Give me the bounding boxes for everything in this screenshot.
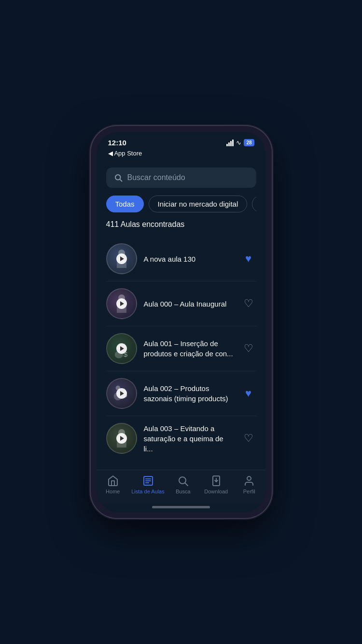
lesson-item[interactable]: A nova aula 130 ♥ — [106, 237, 256, 281]
heart-filled-icon: ♥ — [245, 252, 251, 265]
count-label: 411 Aulas encontradas — [106, 220, 256, 229]
lesson-info: Aula 000 – Aula Inaugural — [144, 299, 234, 309]
lesson-thumbnail — [106, 423, 137, 454]
nav-home[interactable]: Home — [98, 475, 127, 494]
lesson-thumbnail: $ — [106, 333, 137, 364]
battery-badge: 28 — [244, 139, 254, 146]
lesson-list: A nova aula 130 ♥ — [106, 237, 256, 461]
bottom-nav: Home Lista de Aulas Busca — [97, 470, 266, 504]
back-link[interactable]: ◀ App Store — [108, 150, 254, 157]
nav-busca[interactable]: Busca — [168, 475, 197, 494]
phone-frame: 12:10 ∿ 28 ◀ App Store — [91, 126, 272, 518]
nav-home-label: Home — [106, 489, 120, 494]
lesson-info: Aula 001 – Inserção de produtos e criaçã… — [144, 338, 234, 359]
search-bar[interactable]: Buscar conteúdo — [106, 168, 256, 188]
like-button[interactable]: ♡ — [241, 341, 256, 356]
lesson-info: A nova aula 130 — [144, 254, 234, 264]
lesson-info: Aula 002 – Produtos sazonais (timing pro… — [144, 383, 234, 404]
svg-line-13 — [185, 483, 188, 486]
tab-todas[interactable]: Todas — [106, 196, 144, 212]
like-button[interactable]: ♥ — [241, 251, 256, 266]
lesson-item[interactable]: Aula 003 – Evitando a saturação e a quei… — [106, 416, 256, 461]
phone-screen: 12:10 ∿ 28 ◀ App Store — [97, 132, 266, 512]
like-button[interactable]: ♡ — [241, 431, 256, 446]
app-store-back[interactable]: ◀ App Store — [97, 149, 266, 160]
heart-outline-icon: ♡ — [244, 342, 253, 355]
like-button[interactable]: ♥ — [241, 386, 256, 401]
status-icons: ∿ 28 — [226, 139, 254, 146]
lesson-title: Aula 001 – Inserção de produtos e criaçã… — [144, 339, 233, 358]
play-button[interactable] — [116, 253, 127, 264]
lesson-title: Aula 002 – Produtos sazonais (timing pro… — [144, 384, 228, 403]
status-time: 12:10 — [108, 139, 126, 147]
download-icon — [210, 475, 222, 487]
nav-perfil-label: Perfil — [243, 489, 255, 494]
lesson-item[interactable]: $ Aula 001 – Inserção de produtos e cria… — [106, 326, 256, 371]
svg-line-1 — [120, 179, 122, 181]
lesson-item[interactable]: $ Aula 002 – Produtos sazonais (timing p… — [106, 371, 256, 416]
lesson-info: Aula 003 – Evitando a saturação e a quei… — [144, 423, 234, 454]
filter-tabs: Todas Iniciar no mercado digital Vende — [106, 196, 256, 212]
home-indicator — [152, 506, 210, 508]
wifi-icon: ∿ — [236, 139, 241, 146]
svg-point-16 — [247, 476, 251, 480]
notch — [152, 132, 210, 146]
home-icon — [107, 475, 119, 487]
lesson-thumbnail — [106, 243, 137, 274]
search-icon — [114, 173, 123, 182]
nav-busca-label: Busca — [176, 489, 191, 494]
play-button[interactable] — [116, 433, 127, 444]
perfil-icon — [243, 475, 255, 487]
lesson-thumbnail: $ — [106, 378, 137, 409]
like-button[interactable]: ♡ — [241, 296, 256, 311]
nav-lista-label: Lista de Aulas — [131, 489, 165, 494]
nav-perfil[interactable]: Perfil — [235, 475, 264, 494]
play-button[interactable] — [116, 298, 127, 309]
heart-outline-icon: ♡ — [244, 297, 253, 310]
search-placeholder: Buscar conteúdo — [127, 173, 185, 182]
nav-download[interactable]: Download — [202, 475, 231, 494]
play-button[interactable] — [116, 388, 127, 399]
nav-lista[interactable]: Lista de Aulas — [131, 475, 165, 494]
lesson-item[interactable]: Aula 000 – Aula Inaugural ♡ — [106, 281, 256, 326]
lesson-title: Aula 003 – Evitando a saturação e a quei… — [144, 424, 223, 453]
heart-outline-icon: ♡ — [244, 432, 253, 445]
tab-vende[interactable]: Vende — [252, 196, 256, 212]
signal-icon — [226, 140, 234, 146]
lesson-title: A nova aula 130 — [144, 255, 196, 263]
busca-icon — [177, 475, 189, 487]
lesson-title: Aula 000 – Aula Inaugural — [144, 300, 227, 308]
lista-icon — [142, 475, 154, 487]
main-content: Buscar conteúdo Todas Iniciar no mercado… — [97, 160, 266, 470]
play-button[interactable] — [116, 343, 127, 354]
nav-download-label: Download — [204, 489, 228, 494]
heart-filled-icon: ♥ — [245, 387, 251, 400]
lesson-thumbnail — [106, 288, 137, 319]
tab-mercado[interactable]: Iniciar no mercado digital — [149, 196, 248, 212]
